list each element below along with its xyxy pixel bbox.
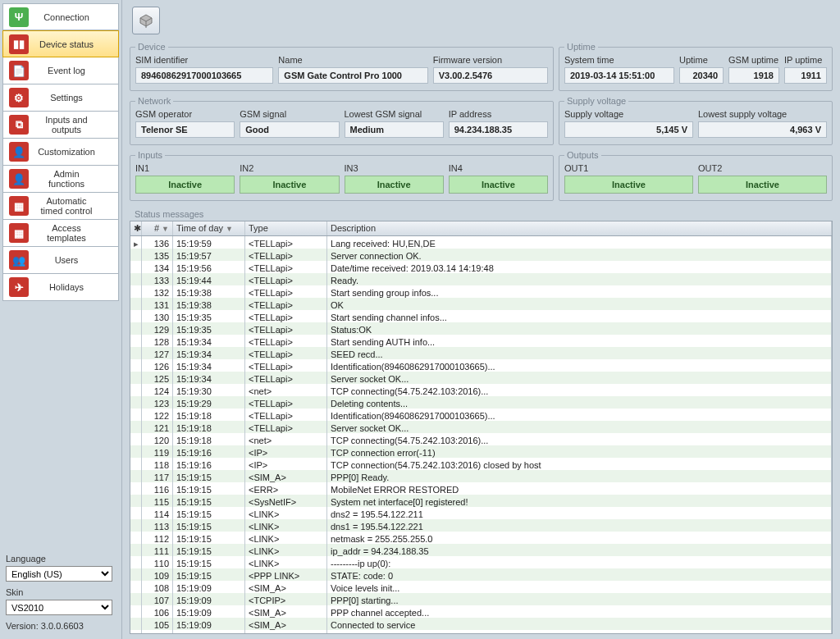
- table-row[interactable]: 11815:19:16<IP>TCP connection(54.75.242.…: [130, 458, 832, 470]
- row-time: 15:19:34: [173, 347, 245, 359]
- row-indicator: [130, 273, 142, 285]
- row-type: <TELLapi>: [245, 285, 327, 298]
- status-grid[interactable]: ✱ #▼ Time of day▼ Type Description ▸1361…: [130, 221, 833, 634]
- row-num: 134: [142, 261, 173, 273]
- table-row[interactable]: 11215:19:15<LINK>netmask = 255.255.255.0: [130, 532, 832, 544]
- table-row[interactable]: ▸13615:19:59<TELLapi>Lang received: HU,E…: [130, 236, 832, 249]
- sidebar-item-customization[interactable]: 👤Customization: [2, 139, 119, 166]
- sidebar-item-label: Connection: [34, 12, 118, 22]
- table-row[interactable]: 12915:19:35<TELLapi>Status:OK: [130, 322, 832, 335]
- table-row[interactable]: 11315:19:15<LINK>dns1 = 195.54.122.221: [130, 519, 832, 532]
- row-time: 15:19:57: [173, 249, 245, 261]
- row-time: 15:19:15: [173, 532, 245, 544]
- ip-uptime-value: 1911: [784, 67, 827, 84]
- sidebar-item-admin-functions[interactable]: 👤Admin functions: [2, 166, 119, 193]
- grid-header[interactable]: ✱ #▼ Time of day▼ Type Description: [130, 221, 832, 236]
- row-num: 126: [142, 359, 173, 372]
- row-indicator: [130, 630, 142, 634]
- row-num: 123: [142, 396, 173, 409]
- user-gear-icon: 👤: [9, 142, 29, 162]
- table-row[interactable]: 10515:19:09<SIM_A>Connected to service: [130, 618, 832, 630]
- table-row[interactable]: 13215:19:38<TELLapi>Start sending group …: [130, 285, 832, 298]
- table-row[interactable]: 11015:19:15<LINK>---------ip up(0):: [130, 556, 832, 568]
- table-row[interactable]: 13115:19:38<TELLapi>OK: [130, 298, 832, 310]
- row-num: 130: [142, 310, 173, 322]
- sidebar-item-access-templates[interactable]: ▦Access templates: [2, 220, 119, 247]
- table-row[interactable]: 10615:19:09<SIM_A>PPP channel accepted..…: [130, 605, 832, 618]
- row-type: <IP>: [245, 458, 327, 470]
- sidebar-item-inputs-and-outputs[interactable]: ⧉Inputs and outputs: [2, 112, 119, 139]
- sidebar-item-connection[interactable]: ΨConnection: [2, 3, 119, 30]
- row-type: <TELLapi>: [245, 298, 327, 310]
- table-row[interactable]: 12115:19:18<TELLapi>Server socket OK...: [130, 421, 832, 433]
- table-row[interactable]: 10915:19:15<PPP LINK>STATE: code: 0: [130, 568, 832, 581]
- table-row[interactable]: 13515:19:57<TELLapi>Server connection OK…: [130, 249, 832, 261]
- sidebar-item-label: Customization: [34, 147, 118, 157]
- inputs-fieldset: Inputs IN1 Inactive IN2 Inactive IN3 Ina…: [130, 150, 554, 201]
- out1-label: OUT1: [564, 163, 693, 173]
- row-time: 15:19:09: [173, 630, 245, 634]
- row-num: 116: [142, 482, 173, 495]
- row-num: 104: [142, 630, 173, 634]
- sidebar-item-automatic-timed-control[interactable]: ▦Automatic timed control: [2, 193, 119, 220]
- col-desc[interactable]: Description: [327, 221, 832, 235]
- row-desc: dns2 = 195.54.122.211: [327, 507, 832, 519]
- table-row[interactable]: 10815:19:09<SIM_A>Voice levels init...: [130, 581, 832, 593]
- table-row[interactable]: 12515:19:34<TELLapi>Server socket OK...: [130, 372, 832, 384]
- table-row[interactable]: 10715:19:09<TCPIP>PPP[0] starting...: [130, 593, 832, 605]
- table-row[interactable]: 12015:19:18<net>TCP connecting(54.75.242…: [130, 433, 832, 445]
- table-row[interactable]: 10415:19:09<SIM_A>Dialing...: [130, 630, 832, 634]
- fw-value: V3.00.2.5476: [433, 67, 548, 84]
- cal-plane-icon: ✈: [9, 277, 29, 297]
- col-num[interactable]: #▼: [142, 221, 173, 235]
- table-row[interactable]: 12415:19:30<net>TCP connecting(54.75.242…: [130, 384, 832, 396]
- row-time: 15:19:15: [173, 556, 245, 568]
- supply-legend: Supply voltage: [564, 96, 628, 106]
- table-row[interactable]: 11115:19:15<LINK>ip_addr = 94.234.188.35: [130, 544, 832, 556]
- row-indicator: [130, 593, 142, 605]
- table-row[interactable]: 11715:19:15<SIM_A>PPP[0] Ready.: [130, 470, 832, 482]
- row-desc: dns1 = 195.54.122.221: [327, 519, 832, 532]
- row-indicator: [130, 532, 142, 544]
- row-type: <TELLapi>: [245, 347, 327, 359]
- row-time: 15:19:09: [173, 618, 245, 630]
- table-row[interactable]: 11415:19:15<LINK>dns2 = 195.54.122.211: [130, 507, 832, 519]
- table-row[interactable]: 11915:19:16<IP>TCP connection error(-11): [130, 445, 832, 458]
- row-indicator: [130, 322, 142, 335]
- table-row[interactable]: 13015:19:35<TELLapi>Start sending channe…: [130, 310, 832, 322]
- device-tag-icon[interactable]: [132, 7, 160, 34]
- sidebar-item-settings[interactable]: ⚙Settings: [2, 84, 119, 112]
- sim-value: 89460862917000103665: [135, 67, 273, 84]
- in2-value: Inactive: [240, 176, 339, 194]
- table-row[interactable]: 13415:19:56<TELLapi>Date/time received: …: [130, 261, 832, 273]
- col-type[interactable]: Type: [245, 221, 327, 235]
- low-supply-label: Lowest supply voltage: [698, 109, 827, 119]
- col-marker[interactable]: ✱: [130, 221, 142, 235]
- row-indicator: [130, 396, 142, 409]
- sidebar-item-holidays[interactable]: ✈Holidays: [2, 274, 119, 301]
- skin-select[interactable]: VS2010: [6, 600, 112, 615]
- table-row[interactable]: 11615:19:15<ERR>MobileNet ERROR RESTORED: [130, 482, 832, 495]
- sidebar-item-users[interactable]: 👥Users: [2, 247, 119, 274]
- language-select[interactable]: English (US): [6, 566, 112, 582]
- table-row[interactable]: 12315:19:29<TELLapi>Deleting contents...: [130, 396, 832, 409]
- table-row[interactable]: 13315:19:44<TELLapi>Ready.: [130, 273, 832, 285]
- col-time[interactable]: Time of day▼: [173, 221, 245, 235]
- table-row[interactable]: 12615:19:34<TELLapi>Identification(89460…: [130, 359, 832, 372]
- sidebar-item-event-log[interactable]: 📄Event log: [2, 57, 119, 84]
- row-desc: Start sending AUTH info...: [327, 335, 832, 347]
- table-row[interactable]: 12815:19:34<TELLapi>Start sending AUTH i…: [130, 335, 832, 347]
- inputs-legend: Inputs: [135, 150, 165, 160]
- network-fieldset: Network GSM operator Telenor SE GSM sign…: [130, 96, 554, 145]
- row-time: 15:19:38: [173, 285, 245, 298]
- table-row[interactable]: 12215:19:18<TELLapi>Identification(89460…: [130, 409, 832, 421]
- sidebar-item-device-status[interactable]: ▮▮Device status: [2, 30, 119, 57]
- table-row[interactable]: 11515:19:15<SysNetIF>System net interfac…: [130, 495, 832, 507]
- row-time: 15:19:34: [173, 372, 245, 384]
- row-desc: System net interface[0] registered!: [327, 495, 832, 507]
- version-label: Version: 3.0.0.6603: [6, 621, 116, 631]
- table-row[interactable]: 12715:19:34<TELLapi>SEED recd...: [130, 347, 832, 359]
- row-indicator: ▸: [130, 236, 142, 249]
- row-indicator: [130, 249, 142, 261]
- row-num: 111: [142, 544, 173, 556]
